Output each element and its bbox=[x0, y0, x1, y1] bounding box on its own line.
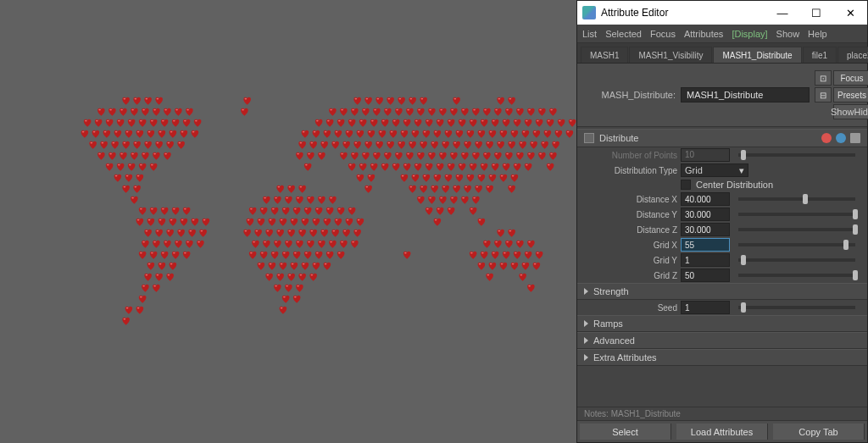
svg-point-251 bbox=[162, 208, 164, 210]
svg-point-141 bbox=[465, 142, 468, 144]
node-name-field[interactable] bbox=[681, 87, 810, 102]
svg-point-241 bbox=[319, 197, 321, 199]
copy-tab-button[interactable]: Copy Tab bbox=[773, 424, 865, 440]
svg-point-358 bbox=[314, 263, 316, 265]
distribute-title: Distribute bbox=[599, 133, 638, 143]
menu-help[interactable]: Help bbox=[808, 29, 827, 39]
distx-field[interactable] bbox=[681, 192, 730, 206]
advanced-section[interactable]: Advanced bbox=[577, 332, 867, 349]
svg-point-82 bbox=[93, 131, 96, 133]
attribute-editor-window: Attribute Editor — ☐ ✕ List Selected Foc… bbox=[576, 0, 868, 443]
distx-slider[interactable] bbox=[738, 197, 855, 201]
menu-selected[interactable]: Selected bbox=[605, 29, 642, 39]
svg-point-26 bbox=[341, 109, 343, 111]
svg-point-153 bbox=[131, 153, 134, 155]
tab-mash1-visibility[interactable]: MASH1_Visibility bbox=[629, 47, 712, 63]
svg-point-133 bbox=[377, 142, 380, 144]
focus-button[interactable]: Focus bbox=[833, 70, 868, 86]
svg-point-202 bbox=[526, 164, 528, 166]
center-checkbox[interactable] bbox=[681, 180, 691, 190]
svg-point-28 bbox=[363, 109, 365, 111]
enable-icon[interactable] bbox=[836, 133, 846, 143]
menu-list[interactable]: List bbox=[582, 29, 597, 39]
seed-field[interactable] bbox=[681, 301, 730, 314]
svg-point-178 bbox=[539, 153, 542, 155]
svg-point-281 bbox=[314, 219, 316, 221]
gridx-slider[interactable] bbox=[738, 243, 855, 246]
svg-point-294 bbox=[245, 230, 248, 232]
svg-point-65 bbox=[404, 120, 407, 122]
disty-slider[interactable] bbox=[738, 213, 855, 216]
svg-point-207 bbox=[358, 175, 360, 177]
maximize-button[interactable]: ☐ bbox=[799, 1, 833, 25]
svg-point-74 bbox=[504, 120, 506, 122]
extra-section[interactable]: Extra Attributes bbox=[577, 349, 867, 366]
distz-field[interactable] bbox=[681, 223, 730, 236]
tab-mash1-distribute[interactable]: MASH1_Distribute bbox=[713, 47, 801, 63]
menu-attributes[interactable]: Attributes bbox=[684, 29, 723, 39]
delete-icon[interactable] bbox=[850, 133, 860, 143]
svg-point-228 bbox=[432, 186, 435, 188]
titlebar[interactable]: Attribute Editor — ☐ ✕ bbox=[577, 1, 867, 25]
tab-file1[interactable]: file1 bbox=[803, 47, 837, 63]
gridy-slider[interactable] bbox=[738, 258, 855, 262]
expand-icon bbox=[584, 320, 588, 327]
svg-point-78 bbox=[548, 120, 550, 122]
disttype-dropdown[interactable]: Grid▾ bbox=[681, 163, 748, 177]
svg-point-339 bbox=[316, 252, 319, 254]
svg-point-334 bbox=[261, 252, 264, 254]
svg-point-196 bbox=[459, 164, 462, 166]
menu-show[interactable]: Show bbox=[776, 29, 800, 39]
viewport[interactable] bbox=[0, 0, 576, 443]
svg-point-254 bbox=[250, 208, 253, 210]
svg-point-109 bbox=[490, 131, 492, 133]
gridy-field[interactable] bbox=[681, 253, 730, 267]
distribute-header[interactable]: Distribute bbox=[577, 129, 867, 147]
svg-point-119 bbox=[113, 142, 115, 144]
gridz-slider[interactable] bbox=[738, 274, 855, 277]
distz-slider[interactable] bbox=[738, 228, 855, 231]
svg-point-286 bbox=[435, 219, 437, 221]
svg-point-132 bbox=[366, 142, 369, 144]
gridx-field[interactable] bbox=[681, 238, 730, 252]
menu-focus[interactable]: Focus bbox=[650, 29, 676, 39]
seed-label: Seed bbox=[584, 303, 677, 313]
io-presets-icon[interactable]: ⊟ bbox=[815, 87, 832, 102]
show-button[interactable]: Show bbox=[831, 107, 854, 117]
attribute-body: Distribute Number of Points10 Distributi… bbox=[577, 127, 867, 407]
tab-mash1[interactable]: MASH1 bbox=[581, 47, 628, 63]
presets-button[interactable]: Presets bbox=[833, 87, 868, 102]
tab-place2dtexture[interactable]: place2dTextur bbox=[837, 47, 868, 63]
svg-point-197 bbox=[470, 164, 473, 166]
menu-display[interactable]: [Display] bbox=[732, 29, 767, 39]
svg-point-60 bbox=[349, 120, 352, 122]
svg-point-47 bbox=[96, 120, 98, 122]
svg-point-331 bbox=[173, 252, 175, 254]
seed-slider[interactable] bbox=[738, 306, 855, 309]
ramps-section[interactable]: Ramps bbox=[577, 315, 867, 332]
svg-point-337 bbox=[294, 252, 297, 254]
svg-point-152 bbox=[120, 153, 123, 155]
io-focus-icon[interactable]: ⊡ bbox=[815, 70, 832, 86]
svg-point-303 bbox=[344, 230, 347, 232]
load-attributes-button[interactable]: Load Attributes bbox=[676, 424, 768, 440]
strength-section[interactable]: Strength bbox=[577, 283, 867, 300]
svg-point-100 bbox=[391, 131, 393, 133]
svg-point-255 bbox=[261, 208, 264, 210]
svg-point-69 bbox=[448, 120, 451, 122]
disty-field[interactable] bbox=[681, 208, 730, 221]
svg-point-290 bbox=[168, 230, 170, 232]
gridz-field[interactable] bbox=[681, 269, 730, 282]
select-button[interactable]: Select bbox=[580, 424, 671, 440]
hide-button[interactable]: Hide bbox=[854, 107, 868, 117]
svg-point-239 bbox=[297, 197, 299, 199]
svg-point-1 bbox=[135, 98, 137, 100]
svg-point-258 bbox=[294, 208, 297, 210]
minimize-button[interactable]: — bbox=[765, 1, 799, 25]
svg-point-177 bbox=[528, 153, 531, 155]
close-button[interactable]: ✕ bbox=[833, 1, 867, 25]
svg-point-135 bbox=[399, 142, 402, 144]
svg-point-250 bbox=[151, 208, 153, 210]
waiter-icon[interactable] bbox=[821, 133, 832, 143]
svg-point-159 bbox=[319, 153, 321, 155]
